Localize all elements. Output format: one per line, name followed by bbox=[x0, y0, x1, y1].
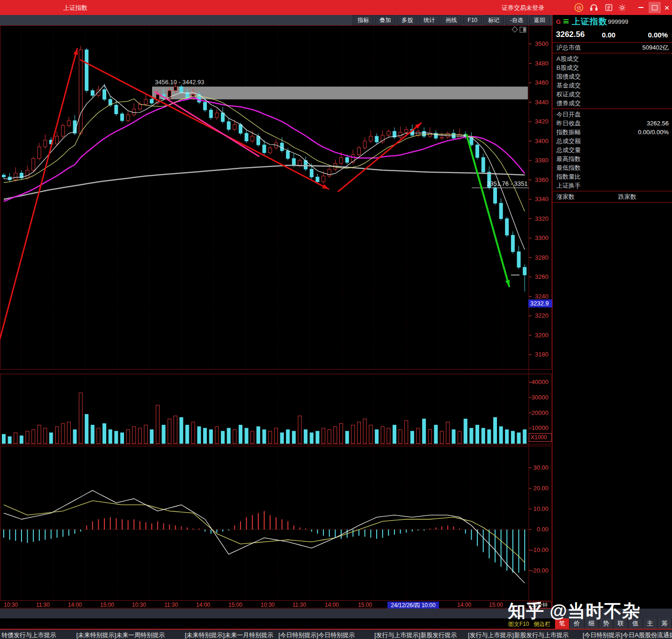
trend-line[interactable] bbox=[80, 60, 329, 189]
volume-bar bbox=[115, 431, 118, 443]
tab-chips[interactable]: 筹 bbox=[657, 618, 672, 629]
time-axis-label: 11:30 bbox=[292, 602, 306, 608]
volume-bar bbox=[67, 422, 71, 443]
volume-bar bbox=[191, 422, 195, 443]
news-icon[interactable] bbox=[604, 2, 614, 13]
toolbar-button-draw-line[interactable]: 画线 bbox=[441, 15, 461, 25]
maximize-button[interactable] bbox=[649, 2, 661, 13]
index-name[interactable]: 上证指数 bbox=[572, 16, 607, 27]
volume-bar bbox=[215, 427, 219, 443]
toolbar-button-overlay[interactable]: 叠加 bbox=[375, 15, 395, 25]
volume-bar bbox=[121, 433, 124, 443]
trend-line[interactable] bbox=[0, 49, 77, 353]
toolbar-button-mark[interactable]: 标记 bbox=[483, 15, 504, 25]
minimize-button[interactable] bbox=[635, 2, 647, 13]
quote-row: 最高指数 bbox=[553, 154, 672, 163]
quote-row-label: 昨日收盘 bbox=[556, 119, 581, 128]
diamond-icon[interactable] bbox=[512, 27, 518, 32]
candle-body bbox=[245, 133, 248, 141]
candle-body bbox=[204, 102, 207, 110]
volume-bar bbox=[476, 425, 479, 443]
macd-axis-label: -10.00 bbox=[531, 546, 548, 553]
volume-bar bbox=[103, 423, 106, 443]
price-axis-label: 3360 bbox=[535, 176, 548, 183]
volume-bar bbox=[517, 433, 520, 443]
candle-body bbox=[144, 99, 147, 104]
ticker-item[interactable]: [发行与上市提示]新股发行提示 bbox=[374, 631, 457, 639]
ticker-item[interactable]: 转债发行与上市提示 bbox=[1, 631, 56, 639]
toolbar-button-remove-watchlist[interactable]: -自选 bbox=[505, 15, 528, 25]
ticker-item[interactable]: [发行与上市提示]新股发行与上市提示 bbox=[468, 631, 569, 639]
candle-body bbox=[174, 87, 177, 90]
candle-body bbox=[292, 159, 295, 166]
headset-icon[interactable] bbox=[589, 2, 599, 13]
volume-bar bbox=[245, 428, 248, 443]
price-row: 3262.56 0.00 0.00% bbox=[553, 28, 672, 42]
candle-body bbox=[286, 151, 290, 159]
toolbar-button-multi-stock[interactable]: 多股 bbox=[397, 15, 417, 25]
volume-bar bbox=[150, 430, 153, 443]
quote-row-label: 总成交额 bbox=[556, 137, 581, 145]
toolbar-button-back[interactable]: 返回 bbox=[529, 15, 550, 25]
titlebar: 上证指数 证券交易未登录 信 × bbox=[0, 0, 672, 15]
candle-body bbox=[121, 114, 124, 121]
quote-row-label: A股成交 bbox=[556, 54, 579, 63]
tab-main[interactable]: 主 bbox=[643, 618, 657, 629]
time-axis-label: 14:00 bbox=[196, 602, 210, 608]
close-button[interactable]: × bbox=[661, 2, 672, 13]
volume-bar bbox=[351, 425, 355, 443]
volume-bar bbox=[393, 425, 396, 443]
quote-row-value: 509402亿 bbox=[643, 43, 669, 52]
candle-body bbox=[215, 113, 219, 117]
price-axis-label: 3340 bbox=[535, 196, 548, 203]
price-change-pct: 0.00% bbox=[648, 31, 668, 39]
candle-body bbox=[387, 131, 390, 135]
price-pane-border bbox=[0, 26, 552, 370]
ticker-item[interactable]: [今日特别提示]今日A股股份流通提示 bbox=[583, 631, 672, 639]
macd-axis-label: 20.00 bbox=[533, 485, 548, 492]
candle-body bbox=[256, 136, 260, 145]
svg-text:信: 信 bbox=[577, 5, 581, 10]
candle-body bbox=[91, 91, 94, 95]
volume-axis-label: 40000 bbox=[532, 378, 548, 385]
volume-bar bbox=[292, 431, 295, 443]
candle-body bbox=[150, 99, 153, 103]
volume-bar bbox=[446, 422, 449, 443]
quote-row: 国债成交 bbox=[553, 72, 672, 81]
settings-gear-icon[interactable] bbox=[617, 2, 627, 13]
volume-unit-label: X1000 bbox=[531, 434, 547, 441]
candle-body bbox=[115, 105, 118, 114]
toolbar-button-f10[interactable]: F10 bbox=[463, 16, 482, 24]
candle-body bbox=[517, 252, 520, 267]
volume-bar bbox=[423, 419, 426, 443]
macd-axis-label: 10.00 bbox=[533, 505, 548, 512]
ticker-item[interactable]: [今日特别提示]今日特别提示 bbox=[278, 631, 355, 639]
news-ticker: 转债发行与上市提示[未来特别提示]未来一周特别提示[未来特别提示]未来一月特别提… bbox=[0, 629, 672, 639]
macd-dea-line bbox=[4, 501, 525, 562]
candle-body bbox=[482, 158, 485, 172]
volume-bar bbox=[126, 430, 130, 443]
quote-row: 最低指数 bbox=[553, 163, 672, 172]
volume-bar bbox=[345, 431, 349, 443]
macd-axis-label: 0.00 bbox=[537, 526, 548, 533]
price-axis-label: 3320 bbox=[535, 215, 548, 222]
login-status[interactable]: 证券交易未登录 bbox=[502, 4, 544, 12]
candle-body bbox=[103, 90, 106, 100]
ticker-item[interactable]: [未来特别提示]未来一周特别提示 bbox=[76, 631, 165, 639]
band-label: 3456.10 - 3442.93 bbox=[155, 79, 205, 86]
kline-chart[interactable]: 3456.10 - 3442.933351.76 - 3351350034803… bbox=[0, 25, 552, 609]
volume-bar bbox=[138, 428, 141, 443]
toolbar-button-stats[interactable]: 统计 bbox=[419, 15, 439, 25]
ticker-item[interactable]: [未来特别提示]未来一月特别提示 bbox=[185, 631, 273, 639]
volume-bar bbox=[369, 425, 373, 443]
time-axis-label: 15:00 bbox=[228, 602, 242, 608]
xin-logo-icon[interactable]: 信 bbox=[574, 2, 584, 13]
volume-bar bbox=[499, 427, 503, 443]
menu-icon[interactable] bbox=[563, 19, 569, 23]
volume-bar bbox=[61, 423, 65, 443]
candle-body bbox=[476, 145, 479, 158]
toolbar-button-indicators[interactable]: 指标 bbox=[353, 15, 373, 25]
volume-axis-label: 10000 bbox=[532, 424, 548, 431]
candle-body bbox=[340, 158, 343, 163]
volume-bar bbox=[280, 433, 284, 443]
